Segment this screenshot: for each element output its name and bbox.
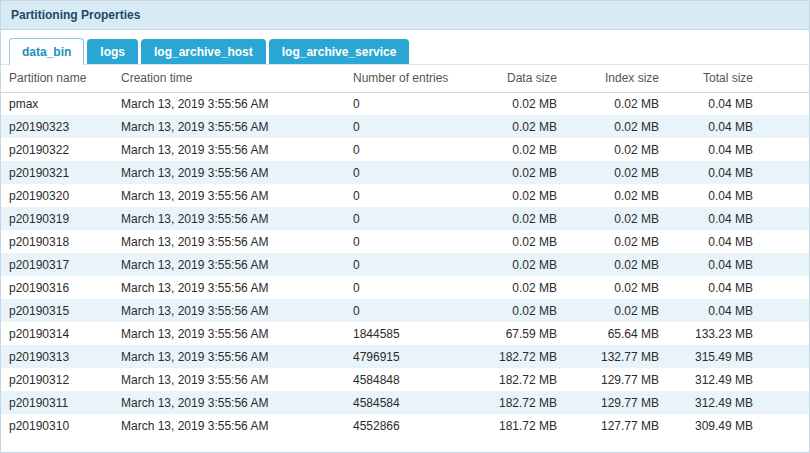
cell-data-size: 181.72 MB [473,414,565,437]
cell-data-size: 182.72 MB [473,368,565,391]
table-row: p20190310 March 13, 2019 3:55:56 AM 4552… [1,414,809,437]
cell-data-size: 0.02 MB [473,276,565,299]
cell-spacer [761,414,809,437]
cell-spacer [761,115,809,138]
cell-data-size: 0.02 MB [473,253,565,276]
cell-data-size: 0.02 MB [473,161,565,184]
cell-partition-name: p20190316 [1,276,113,299]
cell-creation-time: March 13, 2019 3:55:56 AM [113,207,345,230]
cell-index-size: 129.77 MB [565,368,667,391]
table-row: p20190312 March 13, 2019 3:55:56 AM 4584… [1,368,809,391]
cell-partition-name: p20190310 [1,414,113,437]
table-row: p20190317 March 13, 2019 3:55:56 AM 0 0.… [1,253,809,276]
cell-partition-name: p20190319 [1,207,113,230]
cell-index-size: 129.77 MB [565,391,667,414]
cell-spacer [761,345,809,368]
cell-creation-time: March 13, 2019 3:55:56 AM [113,414,345,437]
cell-index-size: 132.77 MB [565,345,667,368]
cell-spacer [761,207,809,230]
cell-total-size: 0.04 MB [667,230,761,253]
column-header-number-of-entries: Number of entries [345,65,473,92]
cell-partition-name: p20190320 [1,184,113,207]
cell-index-size: 0.02 MB [565,230,667,253]
cell-partition-name: p20190313 [1,345,113,368]
cell-index-size: 0.02 MB [565,299,667,322]
cell-index-size: 0.02 MB [565,161,667,184]
table-row: p20190314 March 13, 2019 3:55:56 AM 1844… [1,322,809,345]
cell-total-size: 0.04 MB [667,115,761,138]
table-header: Partition name Creation time Number of e… [1,65,809,92]
cell-partition-name: p20190314 [1,322,113,345]
cell-spacer [761,161,809,184]
cell-number-of-entries: 0 [345,115,473,138]
cell-creation-time: March 13, 2019 3:55:56 AM [113,368,345,391]
cell-creation-time: March 13, 2019 3:55:56 AM [113,230,345,253]
cell-partition-name: p20190321 [1,161,113,184]
cell-number-of-entries: 4584584 [345,391,473,414]
cell-data-size: 182.72 MB [473,345,565,368]
column-header-creation-time: Creation time [113,65,345,92]
partitions-table: Partition name Creation time Number of e… [1,65,809,437]
cell-creation-time: March 13, 2019 3:55:56 AM [113,253,345,276]
tab-bar: data_bin logs log_archive_host log_archi… [1,30,809,65]
cell-data-size: 0.02 MB [473,207,565,230]
cell-total-size: 0.04 MB [667,253,761,276]
cell-total-size: 309.49 MB [667,414,761,437]
cell-number-of-entries: 4584848 [345,368,473,391]
column-header-data-size: Data size [473,65,565,92]
table-row: p20190313 March 13, 2019 3:55:56 AM 4796… [1,345,809,368]
cell-number-of-entries: 0 [345,230,473,253]
table-row: p20190318 March 13, 2019 3:55:56 AM 0 0.… [1,230,809,253]
cell-number-of-entries: 0 [345,161,473,184]
cell-creation-time: March 13, 2019 3:55:56 AM [113,115,345,138]
cell-spacer [761,368,809,391]
column-header-index-size: Index size [565,65,667,92]
cell-number-of-entries: 4552866 [345,414,473,437]
cell-spacer [761,138,809,161]
panel-title: Partitioning Properties [11,8,140,22]
cell-total-size: 0.04 MB [667,138,761,161]
table-row: p20190320 March 13, 2019 3:55:56 AM 0 0.… [1,184,809,207]
table-row: p20190323 March 13, 2019 3:55:56 AM 0 0.… [1,115,809,138]
column-header-total-size: Total size [667,65,761,92]
cell-partition-name: p20190323 [1,115,113,138]
table-row: p20190315 March 13, 2019 3:55:56 AM 0 0.… [1,299,809,322]
tab-log-archive-host[interactable]: log_archive_host [141,39,266,64]
cell-creation-time: March 13, 2019 3:55:56 AM [113,322,345,345]
cell-data-size: 67.59 MB [473,322,565,345]
table-row: p20190322 March 13, 2019 3:55:56 AM 0 0.… [1,138,809,161]
cell-creation-time: March 13, 2019 3:55:56 AM [113,92,345,115]
cell-data-size: 0.02 MB [473,299,565,322]
cell-spacer [761,230,809,253]
cell-creation-time: March 13, 2019 3:55:56 AM [113,161,345,184]
panel-header: Partitioning Properties [1,1,809,30]
cell-number-of-entries: 0 [345,92,473,115]
cell-partition-name: p20190322 [1,138,113,161]
tab-data-bin[interactable]: data_bin [9,38,84,65]
table-row: pmax March 13, 2019 3:55:56 AM 0 0.02 MB… [1,92,809,115]
table-body: pmax March 13, 2019 3:55:56 AM 0 0.02 MB… [1,92,809,437]
cell-creation-time: March 13, 2019 3:55:56 AM [113,276,345,299]
table-row: p20190319 March 13, 2019 3:55:56 AM 0 0.… [1,207,809,230]
cell-number-of-entries: 0 [345,184,473,207]
cell-partition-name: p20190315 [1,299,113,322]
cell-total-size: 0.04 MB [667,207,761,230]
tab-log-archive-service[interactable]: log_archive_service [269,39,410,64]
cell-number-of-entries: 0 [345,138,473,161]
cell-spacer [761,253,809,276]
cell-spacer [761,322,809,345]
tab-logs[interactable]: logs [87,39,138,64]
cell-index-size: 127.77 MB [565,414,667,437]
cell-partition-name: p20190311 [1,391,113,414]
cell-creation-time: March 13, 2019 3:55:56 AM [113,391,345,414]
column-header-spacer [761,65,809,92]
cell-creation-time: March 13, 2019 3:55:56 AM [113,184,345,207]
cell-total-size: 0.04 MB [667,184,761,207]
cell-index-size: 0.02 MB [565,184,667,207]
cell-total-size: 0.04 MB [667,161,761,184]
cell-creation-time: March 13, 2019 3:55:56 AM [113,138,345,161]
cell-number-of-entries: 0 [345,299,473,322]
cell-number-of-entries: 1844585 [345,322,473,345]
cell-spacer [761,92,809,115]
cell-creation-time: March 13, 2019 3:55:56 AM [113,299,345,322]
